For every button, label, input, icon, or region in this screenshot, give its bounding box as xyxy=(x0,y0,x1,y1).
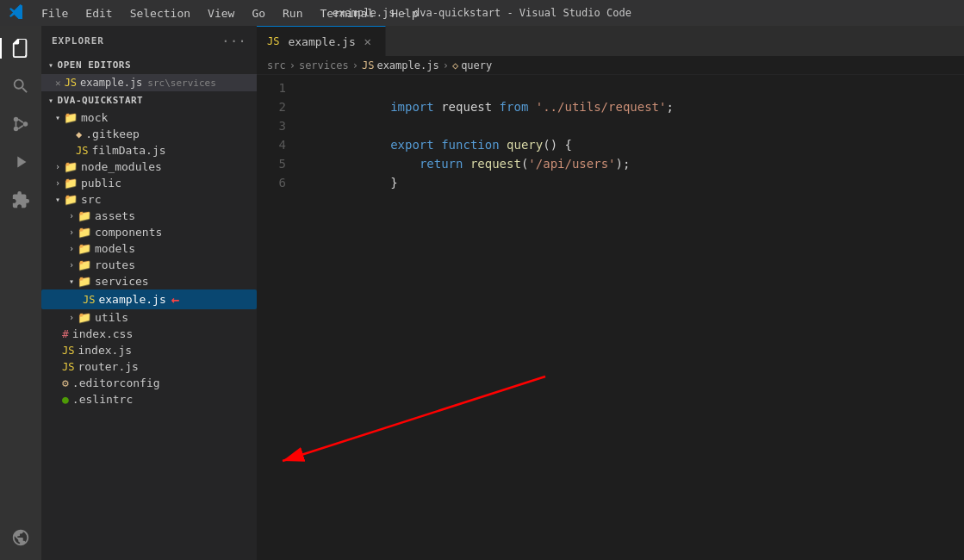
activity-run[interactable] xyxy=(5,146,36,177)
tree-components[interactable]: › 📁 components xyxy=(41,224,257,240)
tab-label: example.js xyxy=(288,35,355,48)
src-label: src xyxy=(81,193,101,206)
activity-remote[interactable] xyxy=(5,522,36,553)
svg-point-2 xyxy=(23,121,28,127)
code-lines: import request from '../utils/request'; … xyxy=(300,78,964,192)
vscode-logo xyxy=(9,3,24,22)
services-chevron: ▾ xyxy=(69,277,74,286)
tree-eslintrc[interactable]: ● .eslintrc xyxy=(41,391,257,408)
mock-label: mock xyxy=(81,111,108,124)
tree-assets[interactable]: › 📁 assets xyxy=(41,208,257,224)
tree-gitkeep[interactable]: ◆ .gitkeep xyxy=(41,126,257,142)
components-label: components xyxy=(95,226,162,239)
tree-src[interactable]: ▾ 📁 src xyxy=(41,191,257,208)
models-chevron: › xyxy=(69,244,74,253)
router-js-label: router.js xyxy=(78,360,138,373)
breadcrumb-sep2: › xyxy=(352,59,358,72)
activity-source-control[interactable] xyxy=(5,109,36,140)
folder-icon: 📁 xyxy=(78,311,91,324)
breadcrumb-symbol-icon: ◇ xyxy=(452,59,458,72)
node-modules-chevron: › xyxy=(55,162,60,171)
tab-example-js[interactable]: JS example.js ✕ xyxy=(257,26,386,56)
sidebar-header: EXPLORER ··· xyxy=(41,26,257,56)
mock-chevron: ▾ xyxy=(55,113,60,122)
tab-bar: JS example.js ✕ xyxy=(257,26,964,56)
close-icon[interactable]: ✕ xyxy=(55,78,61,89)
breadcrumb-file[interactable]: example.js xyxy=(376,59,438,72)
sidebar: EXPLORER ··· ▾ OPEN EDITORS ✕ JS example… xyxy=(41,26,257,560)
menu-file[interactable]: File xyxy=(34,5,75,22)
menu-selection[interactable]: Selection xyxy=(123,5,197,22)
code-editor: 1 2 3 4 5 6 import request from '../util… xyxy=(257,75,964,192)
folder-icon: 📁 xyxy=(64,177,78,190)
tree-router-js[interactable]: JS router.js xyxy=(41,358,257,375)
open-editors-chevron: ▾ xyxy=(48,60,54,70)
folder-icon: 📁 xyxy=(64,193,78,206)
tree-routes[interactable]: › 📁 routes xyxy=(41,257,257,273)
tree-mock[interactable]: ▾ 📁 mock xyxy=(41,109,257,126)
title-bar: File Edit Selection View Go Run Terminal… xyxy=(0,0,964,26)
tree-public[interactable]: › 📁 public xyxy=(41,175,257,191)
public-chevron: › xyxy=(55,178,60,188)
filmdata-js-icon: JS xyxy=(76,145,88,157)
gitkeep-icon: ◆ xyxy=(76,128,82,140)
example-js-label: example.js xyxy=(98,293,165,306)
assets-chevron: › xyxy=(69,211,74,221)
services-label: services xyxy=(95,275,149,288)
main-layout: EXPLORER ··· ▾ OPEN EDITORS ✕ JS example… xyxy=(0,26,964,560)
editor-content[interactable]: 1 2 3 4 5 6 import request from '../util… xyxy=(257,75,964,560)
example-js-icon: JS xyxy=(83,294,95,306)
index-js-icon: JS xyxy=(62,345,74,357)
folder-icon: 📁 xyxy=(78,258,91,271)
node-modules-label: node_modules xyxy=(81,160,162,173)
tree-models[interactable]: › 📁 models xyxy=(41,240,257,257)
dva-quickstart-section[interactable]: ▾ DVA-QUICKSTART xyxy=(41,91,257,109)
breadcrumb-sep3: › xyxy=(443,59,449,72)
src-chevron: ▾ xyxy=(55,195,60,204)
breadcrumb-sep1: › xyxy=(289,59,295,72)
tree-index-css[interactable]: # index.css xyxy=(41,326,257,342)
activity-search[interactable] xyxy=(5,71,36,102)
code-line-3: export function query() { xyxy=(303,116,964,135)
tree-services[interactable]: ▾ 📁 services xyxy=(41,273,257,289)
tree-utils[interactable]: › 📁 utils xyxy=(41,309,257,326)
models-label: models xyxy=(95,242,135,255)
tree-example-js[interactable]: JS example.js ← xyxy=(41,289,257,309)
folder-icon: 📁 xyxy=(78,242,91,255)
sidebar-more-button[interactable]: ··· xyxy=(221,33,246,49)
menu-view[interactable]: View xyxy=(201,5,241,22)
svg-point-1 xyxy=(14,127,19,132)
open-editor-path: src\services xyxy=(147,78,215,89)
tab-js-icon: JS xyxy=(267,35,279,47)
arrow-indicator: ← xyxy=(171,291,180,308)
activity-extensions[interactable] xyxy=(5,184,36,215)
svg-line-5 xyxy=(18,126,23,129)
routes-chevron: › xyxy=(69,260,74,270)
open-editors-section[interactable]: ▾ OPEN EDITORS xyxy=(41,56,257,74)
window-title: example.js - dva-quickstart - Visual Stu… xyxy=(333,7,631,19)
tree-filmdata[interactable]: JS filmData.js xyxy=(41,142,257,159)
activity-explorer[interactable] xyxy=(5,33,36,64)
breadcrumb-src[interactable]: src xyxy=(267,59,286,72)
folder-icon: 📁 xyxy=(78,226,91,239)
filmdata-label: filmData.js xyxy=(91,144,165,157)
folder-icon: 📁 xyxy=(64,160,78,173)
menu-go[interactable]: Go xyxy=(245,5,272,22)
open-editor-example-js[interactable]: ✕ JS example.js src\services xyxy=(41,74,257,91)
menu-edit[interactable]: Edit xyxy=(78,5,119,22)
tree-index-js[interactable]: JS index.js xyxy=(41,342,257,358)
index-css-label: index.css xyxy=(72,327,133,340)
line-num-1: 1 xyxy=(257,78,286,97)
tree-editorconfig[interactable]: ⚙ .editorconfig xyxy=(41,375,257,391)
tab-close-button[interactable]: ✕ xyxy=(361,34,375,48)
line-num-5: 5 xyxy=(257,154,286,173)
public-label: public xyxy=(81,177,121,190)
breadcrumb-symbol[interactable]: query xyxy=(461,59,492,72)
tree-node-modules[interactable]: › 📁 node_modules xyxy=(41,159,257,175)
menu-run[interactable]: Run xyxy=(276,5,309,22)
router-js-icon: JS xyxy=(62,361,74,373)
line-num-4: 4 xyxy=(257,135,286,154)
dva-chevron: ▾ xyxy=(48,96,54,105)
js-file-icon: JS xyxy=(65,77,77,89)
breadcrumb-services[interactable]: services xyxy=(299,59,349,72)
